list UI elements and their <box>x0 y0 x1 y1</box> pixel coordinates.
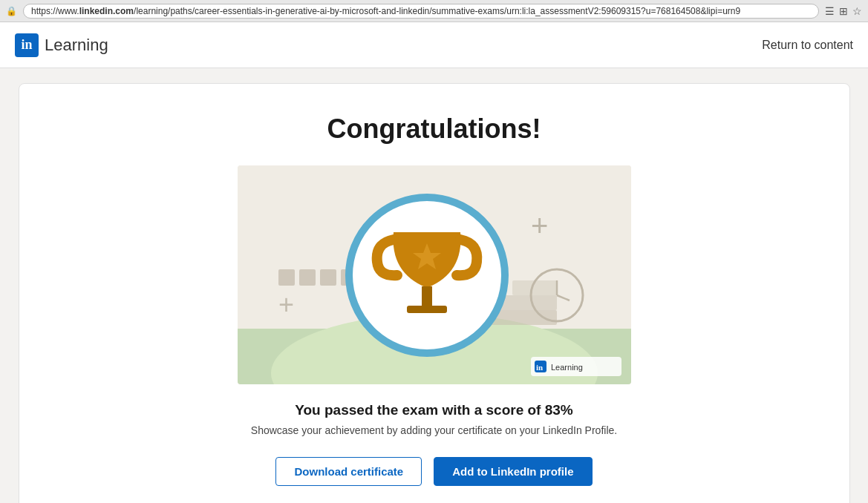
url-domain: linkedin.com <box>79 6 134 16</box>
svg-rect-4 <box>497 295 557 310</box>
showcase-text: Showcase your achievement by adding your… <box>34 424 835 436</box>
menu-icon[interactable]: ☰ <box>825 5 835 17</box>
svg-rect-8 <box>320 269 336 286</box>
add-to-linkedin-button[interactable]: Add to LinkedIn profile <box>434 457 592 486</box>
svg-text:+: + <box>278 289 294 320</box>
action-buttons: Download certificate Add to LinkedIn pro… <box>34 457 835 486</box>
svg-rect-16 <box>422 286 432 307</box>
congratulations-card: Congratulations! + <box>19 83 850 503</box>
browser-right-icons: ☰ ⊞ ☆ <box>825 5 862 17</box>
url-suffix: /learning/paths/career-essentials-in-gen… <box>134 6 740 16</box>
trophy-illustration: + + <box>238 165 631 384</box>
svg-text:in: in <box>536 363 543 372</box>
url-prefix: https://www. <box>31 6 79 16</box>
main-content: Congratulations! + <box>0 68 868 503</box>
return-to-content-link[interactable]: Return to content <box>762 39 853 52</box>
svg-rect-7 <box>299 269 316 286</box>
nav-logo[interactable]: in Learning <box>15 33 108 57</box>
shield-icon: 🔒 <box>6 6 17 16</box>
svg-rect-17 <box>407 306 447 313</box>
linkedin-logo-icon: in <box>15 33 39 57</box>
nav-title: Learning <box>45 36 108 55</box>
congratulations-title: Congratulations! <box>34 114 835 145</box>
browser-security-icons: 🔒 <box>6 6 17 16</box>
url-bar[interactable]: https://www.linkedin.com/learning/paths/… <box>23 4 819 19</box>
svg-rect-6 <box>278 269 295 286</box>
svg-text:+: + <box>531 209 548 242</box>
score-text: You passed the exam with a score of 83% <box>34 402 835 418</box>
svg-text:Learning: Learning <box>551 363 583 372</box>
download-certificate-button[interactable]: Download certificate <box>275 457 422 486</box>
bookmark-icon[interactable]: ☆ <box>852 5 862 17</box>
apps-icon[interactable]: ⊞ <box>839 5 848 17</box>
browser-chrome: 🔒 https://www.linkedin.com/learning/path… <box>0 0 868 22</box>
top-nav: in Learning Return to content <box>0 22 868 68</box>
trophy-svg: + + <box>238 165 631 384</box>
